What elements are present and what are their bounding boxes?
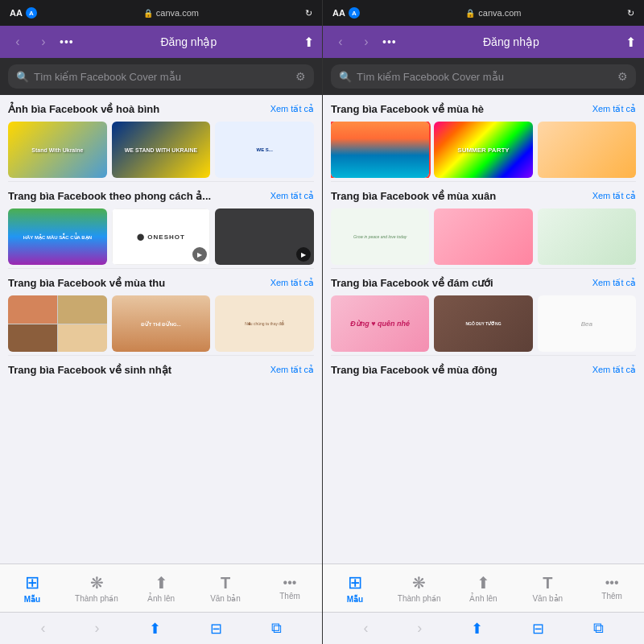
section-title-muathu: Trang bìa Facebook về mùa thu xyxy=(8,277,165,289)
ukraine-text-1: Stand With Ukraine xyxy=(30,146,85,155)
card-autumn-2[interactable]: ĐỪT THÌ ĐỪNG... xyxy=(112,295,211,352)
right-panel: AA A 🔒 canva.com ↻ ‹ › ••• Đăng nhập ⬆ 🔍… xyxy=(322,0,644,644)
autumn2-text: ĐỪT THÌ ĐỪNG... xyxy=(141,321,180,327)
search-input-right[interactable]: Tìm kiếm Facebook Cover mẫu xyxy=(357,71,613,83)
forward-btn-right[interactable]: › xyxy=(357,32,376,52)
tab-mau-right[interactable]: ⊞ Mẫu xyxy=(323,572,387,604)
card-summer-photo[interactable] xyxy=(538,122,636,178)
search-bar-right[interactable]: 🔍 Tìm kiếm Facebook Cover mẫu ⚙ xyxy=(331,64,636,89)
tab-label-them-right: Thêm xyxy=(601,592,622,601)
dots-btn-right[interactable]: ••• xyxy=(382,35,397,48)
bottom-forward-left[interactable]: › xyxy=(95,620,100,637)
search-icon-right: 🔍 xyxy=(339,71,352,83)
section-link-sinhnhat[interactable]: Xem tất cả xyxy=(270,365,314,375)
bottom-forward-right[interactable]: › xyxy=(417,620,422,637)
bottom-back-right[interactable]: ‹ xyxy=(363,620,368,637)
card-wedding-pink[interactable]: Đừng ♥ quên nhé xyxy=(331,295,429,352)
bottom-back-left[interactable]: ‹ xyxy=(41,620,46,637)
back-btn[interactable]: ‹ xyxy=(8,32,27,52)
card-rainbow[interactable]: HÃY MẶC MÀU SẮC CỦA BẠN xyxy=(8,208,107,265)
url-text-right: canva.com xyxy=(478,8,521,18)
rainbow-text: HÃY MẶC MÀU SẮC CỦA BẠN xyxy=(22,233,93,242)
section-title-hoabinh: Ảnh bìa Facebook về hoà bình xyxy=(8,103,159,115)
tab-mau-left[interactable]: ⊞ Mẫu xyxy=(0,572,64,604)
section-title-muahe: Trang bìa Facebook về mùa hè xyxy=(331,103,484,115)
browser-nav-left: ‹ › ••• Đăng nhập ⬆ xyxy=(0,26,322,58)
card-wedding-photo[interactable]: NGÔ DUY TƯỜNG xyxy=(434,295,532,352)
tab-them-right[interactable]: ••• Thêm xyxy=(580,576,644,601)
spring-text: Grow in peace and love today xyxy=(350,231,410,242)
aa-dot-right[interactable]: A xyxy=(349,7,360,19)
card-spring-white[interactable]: Grow in peace and love today xyxy=(331,208,429,265)
reload-icon-right[interactable]: ↻ xyxy=(627,8,634,18)
play-btn-2[interactable]: ▶ xyxy=(296,247,311,262)
share-btn[interactable]: ⬆ xyxy=(303,35,314,50)
reload-icon[interactable]: ↻ xyxy=(305,8,312,18)
thanhphan-icon-left: ❋ xyxy=(90,573,104,592)
section-link-muathu[interactable]: Xem tất cả xyxy=(270,278,314,288)
aa-dot[interactable]: A xyxy=(26,7,37,19)
url-text: canva.com xyxy=(156,8,199,18)
bottom-book-right[interactable]: ⊟ xyxy=(532,620,544,638)
bottom-nav-right: ‹ › ⬆ ⊟ ⧉ xyxy=(323,612,644,644)
grid-damcuoi: Đừng ♥ quên nhé NGÔ DUY TƯỜNG Bea xyxy=(331,295,636,352)
tab-them-left[interactable]: ••• Thêm xyxy=(258,576,322,601)
tab-anhlen-right[interactable]: ⬆ Ảnh lên xyxy=(452,573,516,603)
card-autumn-3[interactable]: Nếu chúng ta thay đổi xyxy=(215,295,314,352)
search-icon-left: 🔍 xyxy=(16,71,29,83)
card-ukraine-yellow[interactable]: Stand With Ukraine xyxy=(8,122,107,178)
search-container-left: 🔍 Tìm kiếm Facebook Cover mẫu ⚙ xyxy=(0,58,322,95)
bottom-book-left[interactable]: ⊟ xyxy=(210,620,222,638)
vanban-icon-right: T xyxy=(543,574,552,592)
section-link-muaxuan[interactable]: Xem tất cả xyxy=(592,191,636,201)
bottom-copy-right[interactable]: ⧉ xyxy=(593,620,604,637)
tab-anhlen-left[interactable]: ⬆ Ảnh lên xyxy=(129,573,193,603)
tab-vanban-left[interactable]: T Văn bản xyxy=(193,574,258,603)
card-autumn-collage[interactable] xyxy=(8,295,107,352)
summer-party-text: SUMMER PARTY xyxy=(457,147,509,154)
card-ukraine-blue[interactable]: WE STAND WITH UKRAINE xyxy=(112,122,211,178)
section-link-damcuoi[interactable]: Xem tất cả xyxy=(592,278,636,288)
filter-icon-right[interactable]: ⚙ xyxy=(617,70,628,83)
card-spring-light[interactable] xyxy=(538,208,636,265)
filter-icon-left[interactable]: ⚙ xyxy=(295,70,306,83)
section-muathu: Trang bìa Facebook về mùa thu Xem tất cả… xyxy=(0,269,322,355)
card-oneshot[interactable]: ⬤ ONESHOT ▶ xyxy=(112,208,211,265)
back-btn-right[interactable]: ‹ xyxy=(331,32,350,52)
tab-label-vanban-right: Văn bản xyxy=(532,594,563,603)
content-left: Ảnh bìa Facebook về hoà bình Xem tất cả … xyxy=(0,95,322,564)
section-link-hoabinh[interactable]: Xem tất cả xyxy=(270,104,314,114)
tab-label-thanhphan-right: Thành phần xyxy=(398,594,441,603)
tab-thanhphan-right[interactable]: ❋ Thành phần xyxy=(387,573,452,603)
section-link-phongcach[interactable]: Xem tất cả xyxy=(270,191,314,201)
section-link-muadong[interactable]: Xem tất cả xyxy=(592,365,636,375)
left-panel: AA A 🔒 canva.com ↻ ‹ › ••• Đăng nhập ⬆ 🔍… xyxy=(0,0,322,644)
search-container-right: 🔍 Tìm kiếm Facebook Cover mẫu ⚙ xyxy=(323,58,644,95)
wedding-photo-text: NGÔ DUY TƯỜNG xyxy=(465,321,501,326)
nav-title: Đăng nhập xyxy=(80,35,297,48)
card-ukraine-white[interactable]: WE S... xyxy=(215,122,314,178)
lock-icon-right: 🔒 xyxy=(465,9,475,18)
bottom-copy-left[interactable]: ⧉ xyxy=(271,620,282,637)
lock-icon: 🔒 xyxy=(143,9,153,18)
card-wedding-white[interactable]: Bea xyxy=(538,295,636,352)
bottom-share-left[interactable]: ⬆ xyxy=(149,620,161,638)
bottom-share-right[interactable]: ⬆ xyxy=(471,620,483,638)
tab-vanban-right[interactable]: T Văn bản xyxy=(515,574,580,603)
tab-thanhphan-left[interactable]: ❋ Thành phần xyxy=(64,573,129,603)
forward-btn[interactable]: › xyxy=(34,32,53,52)
section-link-muahe[interactable]: Xem tất cả xyxy=(592,104,636,114)
share-btn-right[interactable]: ⬆ xyxy=(625,35,636,50)
card-summer-ocean[interactable] xyxy=(331,122,429,178)
aa-text-right: AA xyxy=(332,8,345,18)
grid-muaxuan: Grow in peace and love today xyxy=(331,208,636,265)
tab-label-anhlen-left: Ảnh lên xyxy=(147,594,175,603)
dots-btn[interactable]: ••• xyxy=(60,35,74,48)
section-muahe: Trang bìa Facebook về mùa hè Xem tất cả … xyxy=(323,95,644,181)
search-input-left[interactable]: Tìm kiếm Facebook Cover mẫu xyxy=(34,71,291,83)
card-oneshot2[interactable]: ▶ xyxy=(215,208,314,265)
card-summer-party[interactable]: SUMMER PARTY xyxy=(434,122,532,178)
mau-icon-left: ⊞ xyxy=(25,572,39,593)
card-spring-pink[interactable] xyxy=(434,208,532,265)
search-bar-left[interactable]: 🔍 Tìm kiếm Facebook Cover mẫu ⚙ xyxy=(8,64,314,89)
